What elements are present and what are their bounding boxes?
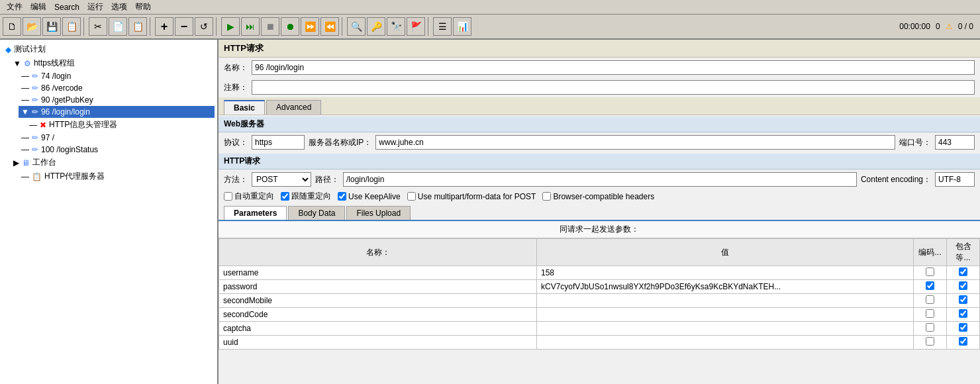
param-include-5[interactable] [947,336,980,350]
toolbar: 🗋 📂 💾 📋 ✂ 📄 📋 + − ↺ ▶ ⏭ ⏹ ⏺ ⏩ ⏪ 🔍 🔑 🔭 🚩 … [0,15,980,40]
cb-browser-compat-input[interactable] [542,192,551,201]
tree-item-login-96[interactable]: ▼ ✏ 96 /login/login [19,106,215,118]
tree-item-http-proxy[interactable]: — 📋 HTTP代理服务器 [19,169,215,183]
include-cb-0[interactable] [959,267,967,276]
toolbar-saveas[interactable]: 📋 [62,17,81,36]
tree-item-getPubKey-90[interactable]: — ✏ 90 /getPubKey [19,94,215,106]
params-send-label: 同请求一起发送参数： [219,221,980,238]
param-include-1[interactable] [947,280,980,294]
inner-tab-parameters[interactable]: Parameters [224,206,287,220]
menu-file[interactable]: 文件 [3,0,26,14]
table-row: secondMobile [219,294,980,308]
toolbar-backward[interactable]: ⏪ [320,17,339,36]
toolbar-copy[interactable]: 📄 [109,17,127,36]
toolbar-refresh[interactable]: ↺ [195,17,213,36]
param-include-3[interactable] [947,308,980,322]
toolbar-remove[interactable]: − [175,17,193,36]
inner-tab-body-data[interactable]: Body Data [288,206,345,220]
tree-item-test-plan[interactable]: ◆ 测试计划 [3,42,215,56]
toolbar-forward[interactable]: ⏩ [301,17,319,36]
toolbar-open[interactable]: 📂 [23,17,41,36]
inner-tab-files-upload[interactable]: Files Upload [346,206,411,220]
include-cb-1[interactable] [959,281,967,290]
toolbar-paste[interactable]: 📋 [128,17,147,36]
cb-keepalive-input[interactable] [338,192,346,201]
tree-item-login-74[interactable]: — ✏ 74 /login [19,70,215,82]
comment-input[interactable] [252,80,975,95]
include-cb-5[interactable] [959,337,967,346]
encoding-input[interactable] [935,172,975,187]
protocol-input[interactable] [252,135,305,150]
pencil-icon: ✏ [32,107,38,117]
toolbar-record[interactable]: ⏺ [281,17,299,36]
toolbar-new[interactable]: 🗋 [3,17,21,36]
param-encode-3[interactable] [914,308,947,322]
path-input[interactable] [343,172,857,187]
table-row: uuid [219,336,980,350]
menu-help[interactable]: 帮助 [131,0,155,14]
param-encode-1[interactable] [914,280,947,294]
tree-item-label: HTTP代理服务器 [44,171,105,182]
tree-item-thread-group[interactable]: ▼ ⚙ https线程组 [11,56,215,70]
toolbar-cut[interactable]: ✂ [89,17,107,36]
name-input[interactable] [252,60,975,75]
toolbar-add[interactable]: + [155,17,173,36]
cb-follow-redirect-input[interactable] [281,192,289,201]
include-cb-3[interactable] [959,309,967,318]
toolbar-report[interactable]: 📊 [453,17,471,36]
tree-item-vercode-86[interactable]: — ✏ 86 /vercode [19,82,215,94]
cb-multipart-input[interactable] [407,192,416,201]
tree-item-http-header[interactable]: — ✖ HTTP信息头管理器 [26,118,215,132]
tab-advanced[interactable]: Advanced [266,100,321,115]
toolbar-run-all[interactable]: ⏭ [241,17,260,36]
include-cb-2[interactable] [959,295,967,304]
tree-item-loginStatus-100[interactable]: — ✏ 100 /loginStatus [19,144,215,156]
name-row: 名称： [219,58,980,77]
toolbar-list[interactable]: ☰ [433,17,452,36]
toolbar-warning-icon: ⚠ [946,22,953,31]
toolbar-binoculars[interactable]: 🔭 [387,17,405,36]
menu-run[interactable]: 运行 [83,0,107,14]
encode-cb-2[interactable] [926,295,934,304]
pencil-icon: ✏ [32,72,38,81]
cb-auto-redirect[interactable]: 自动重定向 [224,191,274,202]
cb-multipart[interactable]: Use multipart/form-data for POST [407,192,536,201]
param-include-0[interactable] [947,266,980,280]
encode-cb-0[interactable] [926,267,934,276]
toolbar-save[interactable]: 💾 [42,17,61,36]
tree-item-workbench[interactable]: ▶ 🖥 工作台 [11,156,215,169]
param-encode-2[interactable] [914,294,947,308]
param-include-2[interactable] [947,294,980,308]
tab-basic[interactable]: Basic [224,100,265,115]
param-encode-0[interactable] [914,266,947,280]
cb-keepalive[interactable]: Use KeepAlive [338,192,401,201]
cb-follow-redirect[interactable]: 跟随重定向 [281,191,331,202]
port-input[interactable] [935,135,975,150]
method-select[interactable]: POST GET PUT DELETE [252,172,311,187]
pencil-icon: ✏ [32,95,38,105]
pencil-icon: ✏ [32,83,38,93]
encode-cb-3[interactable] [926,309,934,318]
param-encode-5[interactable] [914,336,947,350]
encode-cb-1[interactable] [926,281,934,290]
param-encode-4[interactable] [914,322,947,336]
tree-item-97[interactable]: — ✏ 97 / [19,132,215,144]
toolbar-run[interactable]: ▶ [221,17,240,36]
encode-cb-5[interactable] [926,337,934,346]
menu-options[interactable]: 选项 [107,0,131,14]
toolbar-sep-4 [342,17,344,36]
toolbar-stop[interactable]: ⏹ [261,17,279,36]
server-input[interactable] [375,135,895,150]
params-table: 名称： 值 编码... 包含等... username 158 password [219,238,980,350]
include-cb-4[interactable] [959,323,967,332]
tree-item-label: 工作台 [32,157,56,168]
toolbar-search[interactable]: 🔍 [347,17,366,36]
toolbar-flag[interactable]: 🚩 [407,17,425,36]
encode-cb-4[interactable] [926,323,934,332]
menu-search[interactable]: Search [50,1,83,13]
cb-auto-redirect-input[interactable] [224,192,232,201]
cb-browser-compat[interactable]: Browser-compatible headers [542,192,654,201]
menu-edit[interactable]: 编辑 [26,0,50,14]
toolbar-key[interactable]: 🔑 [367,17,385,36]
param-include-4[interactable] [947,322,980,336]
